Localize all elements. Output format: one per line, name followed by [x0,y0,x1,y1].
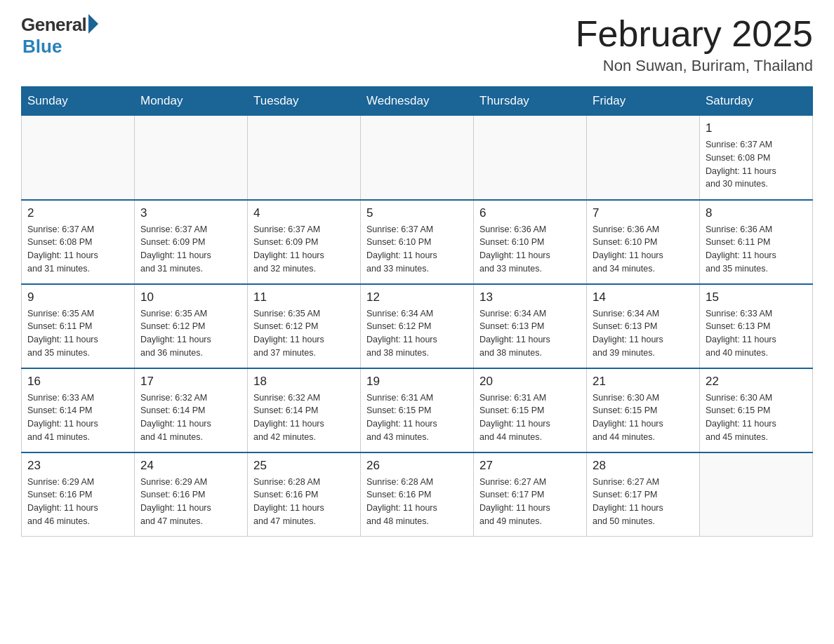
calendar-cell: 18Sunrise: 6:32 AMSunset: 6:14 PMDayligh… [248,368,361,452]
day-number: 6 [479,206,581,220]
day-info: Sunrise: 6:37 AMSunset: 6:08 PMDaylight:… [706,138,807,191]
day-number: 14 [593,290,694,304]
day-info: Sunrise: 6:35 AMSunset: 6:11 PMDaylight:… [27,307,128,360]
calendar-cell: 16Sunrise: 6:33 AMSunset: 6:14 PMDayligh… [22,368,135,452]
calendar-cell: 8Sunrise: 6:36 AMSunset: 6:11 PMDaylight… [700,200,813,284]
calendar-cell [22,116,135,200]
day-info: Sunrise: 6:34 AMSunset: 6:13 PMDaylight:… [593,307,694,360]
calendar-cell [587,116,700,200]
day-info: Sunrise: 6:33 AMSunset: 6:13 PMDaylight:… [706,307,807,360]
weekday-header-sunday: Sunday [22,87,135,116]
logo-blue-text: Blue [22,36,62,58]
day-info: Sunrise: 6:29 AMSunset: 6:16 PMDaylight:… [27,476,128,528]
weekday-header-saturday: Saturday [700,87,813,116]
day-info: Sunrise: 6:35 AMSunset: 6:12 PMDaylight:… [253,307,355,360]
day-info: Sunrise: 6:37 AMSunset: 6:10 PMDaylight:… [366,223,468,276]
day-info: Sunrise: 6:34 AMSunset: 6:13 PMDaylight:… [479,307,581,360]
day-number: 19 [366,375,468,389]
day-number: 15 [706,290,807,304]
day-info: Sunrise: 6:36 AMSunset: 6:11 PMDaylight:… [706,223,807,276]
logo-general-text: General [21,14,86,36]
calendar-cell: 10Sunrise: 6:35 AMSunset: 6:12 PMDayligh… [135,284,248,368]
weekday-header-wednesday: Wednesday [361,87,474,116]
day-number: 3 [140,206,241,220]
calendar-cell [361,116,474,200]
logo: General Blue [21,14,98,58]
calendar-week-row-1: 1Sunrise: 6:37 AMSunset: 6:08 PMDaylight… [22,116,813,200]
month-title: February 2025 [576,14,813,54]
calendar-cell: 3Sunrise: 6:37 AMSunset: 6:09 PMDaylight… [135,200,248,284]
day-info: Sunrise: 6:30 AMSunset: 6:15 PMDaylight:… [593,391,694,444]
day-info: Sunrise: 6:37 AMSunset: 6:09 PMDaylight:… [253,223,355,276]
calendar-cell: 17Sunrise: 6:32 AMSunset: 6:14 PMDayligh… [135,368,248,452]
title-section: February 2025 Non Suwan, Buriram, Thaila… [576,14,813,75]
calendar-cell: 9Sunrise: 6:35 AMSunset: 6:11 PMDaylight… [22,284,135,368]
calendar-cell: 19Sunrise: 6:31 AMSunset: 6:15 PMDayligh… [361,368,474,452]
day-number: 18 [253,375,355,389]
calendar-cell: 7Sunrise: 6:36 AMSunset: 6:10 PMDaylight… [587,200,700,284]
day-info: Sunrise: 6:29 AMSunset: 6:16 PMDaylight:… [140,476,241,528]
day-number: 1 [706,121,807,135]
day-number: 16 [27,375,128,389]
calendar-cell: 28Sunrise: 6:27 AMSunset: 6:17 PMDayligh… [587,452,700,537]
day-info: Sunrise: 6:33 AMSunset: 6:14 PMDaylight:… [27,391,128,444]
calendar-cell: 13Sunrise: 6:34 AMSunset: 6:13 PMDayligh… [474,284,587,368]
day-number: 11 [253,290,355,304]
calendar-week-row-5: 23Sunrise: 6:29 AMSunset: 6:16 PMDayligh… [22,452,813,537]
day-info: Sunrise: 6:34 AMSunset: 6:12 PMDaylight:… [366,307,468,360]
day-info: Sunrise: 6:27 AMSunset: 6:17 PMDaylight:… [479,476,581,528]
calendar-cell: 6Sunrise: 6:36 AMSunset: 6:10 PMDaylight… [474,200,587,284]
day-info: Sunrise: 6:28 AMSunset: 6:16 PMDaylight:… [253,476,355,528]
day-info: Sunrise: 6:32 AMSunset: 6:14 PMDaylight:… [253,391,355,444]
day-number: 13 [479,290,581,304]
day-number: 26 [366,459,468,473]
calendar-cell: 20Sunrise: 6:31 AMSunset: 6:15 PMDayligh… [474,368,587,452]
calendar-cell: 12Sunrise: 6:34 AMSunset: 6:12 PMDayligh… [361,284,474,368]
calendar-cell: 1Sunrise: 6:37 AMSunset: 6:08 PMDaylight… [700,116,813,200]
day-number: 10 [140,290,241,304]
calendar-table: SundayMondayTuesdayWednesdayThursdayFrid… [21,86,813,537]
day-number: 27 [479,459,581,473]
calendar-cell: 23Sunrise: 6:29 AMSunset: 6:16 PMDayligh… [22,452,135,537]
calendar-cell: 4Sunrise: 6:37 AMSunset: 6:09 PMDaylight… [248,200,361,284]
location-text: Non Suwan, Buriram, Thailand [576,57,813,75]
calendar-cell: 5Sunrise: 6:37 AMSunset: 6:10 PMDaylight… [361,200,474,284]
calendar-cell: 25Sunrise: 6:28 AMSunset: 6:16 PMDayligh… [248,452,361,537]
logo-triangle-icon [88,14,98,34]
calendar-cell [248,116,361,200]
calendar-cell: 27Sunrise: 6:27 AMSunset: 6:17 PMDayligh… [474,452,587,537]
calendar-week-row-4: 16Sunrise: 6:33 AMSunset: 6:14 PMDayligh… [22,368,813,452]
calendar-week-row-3: 9Sunrise: 6:35 AMSunset: 6:11 PMDaylight… [22,284,813,368]
day-number: 22 [706,375,807,389]
day-number: 4 [253,206,355,220]
calendar-cell [700,452,813,537]
day-number: 25 [253,459,355,473]
day-number: 24 [140,459,241,473]
day-number: 9 [27,290,128,304]
day-info: Sunrise: 6:28 AMSunset: 6:16 PMDaylight:… [366,476,468,528]
calendar-cell: 2Sunrise: 6:37 AMSunset: 6:08 PMDaylight… [22,200,135,284]
day-info: Sunrise: 6:36 AMSunset: 6:10 PMDaylight:… [593,223,694,276]
day-info: Sunrise: 6:35 AMSunset: 6:12 PMDaylight:… [140,307,241,360]
day-info: Sunrise: 6:32 AMSunset: 6:14 PMDaylight:… [140,391,241,444]
calendar-week-row-2: 2Sunrise: 6:37 AMSunset: 6:08 PMDaylight… [22,200,813,284]
calendar-cell: 14Sunrise: 6:34 AMSunset: 6:13 PMDayligh… [587,284,700,368]
day-number: 12 [366,290,468,304]
day-number: 7 [593,206,694,220]
page-header: General Blue February 2025 Non Suwan, Bu… [21,14,813,75]
day-number: 23 [27,459,128,473]
day-info: Sunrise: 6:36 AMSunset: 6:10 PMDaylight:… [479,223,581,276]
day-number: 28 [593,459,694,473]
day-info: Sunrise: 6:37 AMSunset: 6:08 PMDaylight:… [27,223,128,276]
weekday-header-thursday: Thursday [474,87,587,116]
weekday-header-row: SundayMondayTuesdayWednesdayThursdayFrid… [22,87,813,116]
day-number: 17 [140,375,241,389]
day-info: Sunrise: 6:27 AMSunset: 6:17 PMDaylight:… [593,476,694,528]
weekday-header-tuesday: Tuesday [248,87,361,116]
weekday-header-friday: Friday [587,87,700,116]
day-number: 2 [27,206,128,220]
weekday-header-monday: Monday [135,87,248,116]
calendar-cell [474,116,587,200]
day-info: Sunrise: 6:30 AMSunset: 6:15 PMDaylight:… [706,391,807,444]
calendar-cell: 24Sunrise: 6:29 AMSunset: 6:16 PMDayligh… [135,452,248,537]
